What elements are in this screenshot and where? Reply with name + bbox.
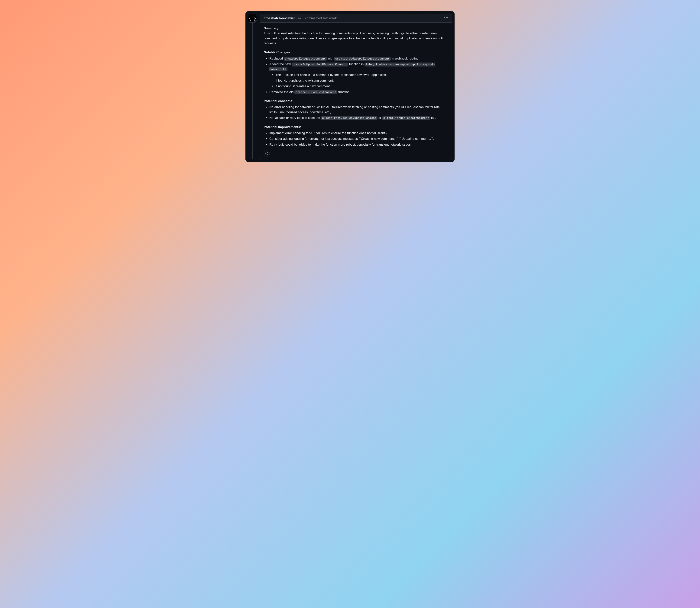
avatar[interactable]: { } {} (248, 14, 257, 23)
notable-changes-heading: Notable Changes: (264, 51, 291, 54)
code-token: createOrUpdatePullRequestComment (291, 62, 348, 66)
list-item: Removed the old createPullRequestComment… (269, 90, 448, 95)
list-item: The function first checks if a comment b… (276, 73, 448, 77)
potential-concerns-heading: Potential concerns: (264, 99, 294, 103)
comment-panel: { } {} crosshatch-reviewer bot commented… (245, 11, 455, 162)
comment-box: crosshatch-reviewer bot commented last w… (260, 14, 452, 159)
list-item: No fallback or retry logic in case the c… (269, 115, 448, 120)
code-token: client.issues.createComment (382, 116, 430, 120)
bot-badge: bot (296, 17, 303, 20)
svg-point-2 (267, 153, 267, 153)
comment-header: crosshatch-reviewer bot commented last w… (260, 14, 452, 23)
code-token: createPullRequestComment (295, 90, 337, 94)
avatar-column: { } {} (248, 14, 257, 159)
braces-icon: { } (249, 16, 256, 21)
svg-point-0 (265, 152, 268, 155)
summary-text: This pull request refactors the function… (264, 32, 442, 45)
summary-heading: Summary: (264, 26, 279, 30)
code-token: createOrUpdatePullRequestComment (334, 57, 391, 61)
add-reaction-button[interactable] (264, 151, 270, 156)
kebab-menu-icon[interactable]: ••• (444, 16, 448, 21)
summary-section: Summary: This pull request refactors the… (264, 26, 448, 46)
code-token: createPullRequestComment (284, 57, 327, 61)
potential-improvements-section: Potential improvements: Implement error … (264, 125, 448, 147)
concerns-list: No error handling for network or GitHub … (269, 105, 448, 120)
list-item: Added the new createOrUpdatePullRequestC… (269, 62, 448, 89)
list-item: Retry logic could be added to make the f… (269, 142, 448, 147)
header-left: crosshatch-reviewer bot commented last w… (264, 16, 337, 20)
list-item: Implement error handling for API failure… (269, 131, 448, 136)
notable-changes-list: Replaced createPullRequestComment with c… (269, 56, 448, 95)
action-text: commented (305, 16, 322, 20)
list-item: If found, it updates the existing commen… (276, 78, 448, 83)
comment-wrapper: { } {} crosshatch-reviewer bot commented… (248, 14, 452, 159)
comment-body: Summary: This pull request refactors the… (260, 23, 452, 159)
svg-point-1 (266, 153, 266, 153)
list-item: If not found, it creates a new comment. (276, 84, 448, 89)
smiley-icon (265, 152, 268, 155)
sub-list: The function first checks if a comment b… (276, 73, 448, 89)
potential-improvements-heading: Potential improvements: (264, 125, 301, 129)
improvements-list: Implement error handling for API failure… (269, 131, 448, 147)
potential-concerns-section: Potential concerns: No error handling fo… (264, 99, 448, 120)
author-link[interactable]: crosshatch-reviewer (264, 16, 295, 20)
list-item: No error handling for network or GitHub … (269, 105, 448, 115)
list-item: Consider adding logging for errors, not … (269, 136, 448, 141)
list-item: Replaced createPullRequestComment with c… (269, 56, 448, 61)
timestamp[interactable]: last week (323, 16, 337, 20)
braces-badge-icon: {} (254, 20, 257, 23)
code-token: client.rest.issues.updateComment (321, 116, 378, 120)
reaction-row (264, 151, 448, 156)
notable-changes-section: Notable Changes: Replaced createPullRequ… (264, 50, 448, 95)
